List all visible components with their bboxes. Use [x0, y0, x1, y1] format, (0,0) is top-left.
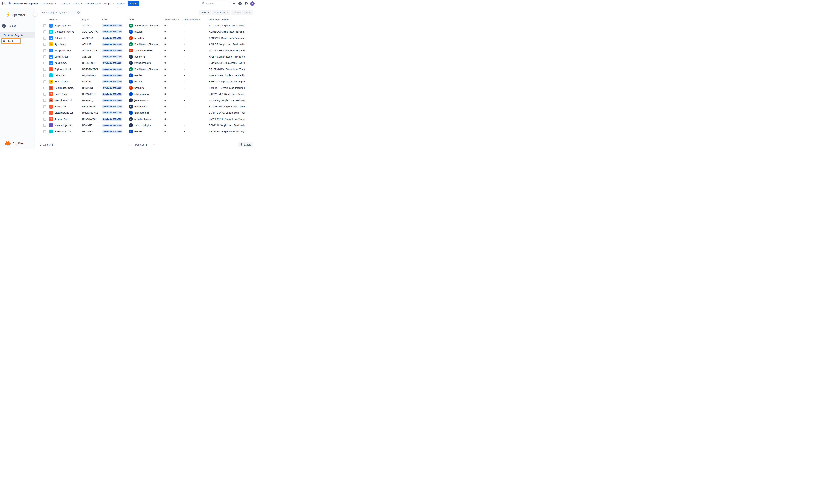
row-checkbox[interactable] — [43, 93, 46, 96]
lead-name: eva.lien — [134, 80, 142, 83]
sort-icon[interactable] — [178, 19, 179, 20]
row-checkbox[interactable] — [43, 99, 46, 102]
sidebar-item-trash[interactable]: Trash — [0, 38, 35, 44]
view-button[interactable]: View — [199, 10, 211, 15]
table-row[interactable]: ▮Fiheluohvuc Ltd.BPTVEPWCOMPANY MANAGEDE… — [40, 128, 253, 135]
nav-item-filters[interactable]: Filters — [72, 0, 84, 7]
table-row[interactable]: ☁Tuthooj Ltd.ASOEGYACOMPANY MANAGEDPphan… — [40, 35, 253, 41]
table-row[interactable]: ▰Jinaceara Inc.BIRKIVXCOMPANY MANAGEDEev… — [40, 79, 253, 85]
table-row[interactable]: ⚒Hovzu GroupBKPGVHNLBCOMPANY MANAGEDTtah… — [40, 91, 253, 97]
bulk-action-button[interactable]: Bulk action — [212, 10, 230, 15]
style-badge: COMPANY MANAGED — [102, 118, 122, 121]
style-badge: COMPANY MANAGED — [102, 30, 122, 33]
table-row[interactable]: ◎Marketing Team v2AEOTLOQTFGCOMPANY MANA… — [40, 29, 253, 35]
table-row[interactable]: ☻Apoju & Co.BDPIORCRLCOMPANY MANAGEDZzla… — [40, 60, 253, 66]
row-checkbox[interactable] — [43, 111, 46, 114]
table-row[interactable]: ♟Jebiz & Co.BKZZJHPPKCOMPANY MANAGEDOoma… — [40, 103, 253, 110]
create-button[interactable]: Create — [128, 1, 139, 6]
sidebar-item-active-projects[interactable]: Active Projects — [0, 32, 35, 38]
style-badge: COMPANY MANAGED — [102, 124, 122, 127]
column-header-name[interactable]: Name — [48, 18, 81, 21]
app-switcher-icon[interactable] — [2, 2, 6, 6]
user-avatar[interactable]: JR — [250, 1, 255, 6]
nav-item-dashboards[interactable]: Dashboards — [84, 0, 102, 7]
help-icon[interactable]: ? — [238, 2, 242, 6]
global-search[interactable] — [201, 1, 230, 6]
nav-item-people[interactable]: People — [102, 0, 115, 7]
row-checkbox[interactable] — [43, 130, 46, 133]
lead-name: jane.rotanson — [134, 99, 148, 102]
row-checkbox[interactable] — [43, 124, 46, 127]
column-header-key[interactable]: Key — [81, 18, 101, 21]
table-row[interactable]: ◗Vensazofojku Ltd.BOMKUBCOMPANY MANAGEDZ… — [40, 122, 253, 128]
last-updated: - — [183, 55, 208, 58]
project-team-icon: ♟ — [49, 105, 53, 109]
issue-count: 0 — [163, 24, 183, 27]
table-row[interactable]: ▤Etamubazjod Ltd.BKSTRXQCOMPANY MANAGEDJ… — [40, 97, 253, 103]
row-checkbox[interactable] — [43, 68, 46, 71]
style-badge: COMPANY MANAGED — [102, 49, 122, 52]
table-row[interactable]: ▲Juupobejani Inc.ACTDGZGCOMPANY MANAGEDB… — [40, 22, 253, 29]
review-changes-button[interactable]: Review changes — [231, 10, 253, 15]
clear-search-icon[interactable]: × — [77, 11, 80, 14]
row-checkbox[interactable] — [43, 118, 46, 121]
notifications-icon[interactable] — [232, 2, 236, 6]
nav-item-projects[interactable]: Projects — [58, 0, 72, 7]
nav-item-your-work[interactable]: Your work — [42, 0, 58, 7]
issue-type-scheme: ASOEGYA: Simple Issue Tracking I... — [208, 37, 245, 39]
project-vinyl-icon: ● — [49, 67, 53, 71]
project-name: Hovzu Group — [55, 93, 68, 95]
page-indicator: Page 1 of 6 — [135, 143, 147, 146]
last-updated: - — [183, 30, 208, 33]
nav-item-apps[interactable]: Apps — [115, 0, 127, 7]
table-row[interactable]: ⚒Josjanro Corp.BNVSKAYOILCOMPANY MANAGED… — [40, 116, 253, 122]
table-row[interactable]: ◕Uletefojakukig Ltd.BMBNFBSVKZCOMPANY MA… — [40, 110, 253, 116]
row-checkbox[interactable] — [43, 55, 46, 58]
table-row[interactable]: ●Tujifunekbel Ltd.BGJORMYROICOMPANY MANA… — [40, 66, 253, 72]
jira-brand[interactable]: Jira Work Management — [8, 2, 39, 5]
row-checkbox[interactable] — [43, 24, 46, 27]
trash-icon — [3, 40, 5, 43]
table-row[interactable]: ☁Susiok GroupAYLFJRCOMPANY MANAGEDFfran.… — [40, 54, 253, 60]
table-row[interactable]: ▣Nelgutagaful Corp.BKNPDDTCOMPANY MANAGE… — [40, 85, 253, 91]
row-checkbox[interactable] — [43, 105, 46, 108]
go-back-button[interactable]: ← Go back — [0, 23, 35, 29]
project-lifebuoy-icon: ◎ — [49, 30, 53, 34]
project-key: BPTVEPW — [81, 130, 101, 133]
column-header-issue-count[interactable]: Issue Count — [163, 18, 183, 21]
column-header-last-updated[interactable]: Last Updated — [183, 18, 208, 21]
row-checkbox[interactable] — [43, 49, 46, 52]
issue-type-scheme: BKSTRXQ: Simple Issue Tracking I... — [208, 99, 245, 102]
sort-icon[interactable] — [87, 19, 89, 20]
issue-type-scheme: ACTDGZG: Simple Issue Tracking I... — [208, 24, 245, 27]
next-page-arrow-icon[interactable]: → — [152, 143, 155, 146]
last-updated: - — [183, 62, 208, 64]
row-checkbox[interactable] — [43, 43, 46, 46]
project-key: BHWSUMRN — [81, 74, 101, 77]
issue-count: 0 — [163, 99, 183, 102]
sort-icon[interactable] — [199, 19, 200, 20]
sort-icon[interactable] — [56, 19, 57, 20]
export-button[interactable]: Export — [238, 142, 253, 147]
issue-count: 0 — [163, 130, 183, 133]
sidebar-collapse-button[interactable]: ‹ — [33, 12, 37, 16]
row-checkbox[interactable] — [43, 80, 46, 83]
row-checkbox[interactable] — [43, 87, 46, 89]
row-checkbox[interactable] — [43, 37, 46, 40]
previous-page-arrow-icon[interactable]: ← — [128, 143, 130, 146]
project-search[interactable]: × — [40, 10, 81, 15]
issue-type-scheme: BNVSKAYOIL: Simple Issue Tracki... — [208, 118, 245, 120]
table-row[interactable]: ⚑Agfo GroupASULSFCOMPANY MANAGEDBWBen Wa… — [40, 41, 253, 47]
table-row[interactable]: ☂Zafuczi Inc.BHWSUMRNCOMPANY MANAGEDEeva… — [40, 72, 253, 79]
global-search-input[interactable] — [205, 2, 228, 5]
chevron-down-icon — [112, 2, 114, 4]
project-key: BIRKIVX — [81, 80, 101, 83]
row-checkbox[interactable] — [43, 62, 46, 64]
settings-gear-icon[interactable] — [244, 2, 248, 6]
row-checkbox[interactable] — [43, 74, 46, 77]
lead-avatar: Z — [129, 123, 133, 127]
row-checkbox[interactable] — [43, 30, 46, 33]
project-search-input[interactable] — [42, 11, 76, 14]
last-updated: - — [183, 24, 208, 27]
table-row[interactable]: ☁Kihujlufuw Corp.AUTMOVYGSCOMPANY MANAGE… — [40, 47, 253, 54]
